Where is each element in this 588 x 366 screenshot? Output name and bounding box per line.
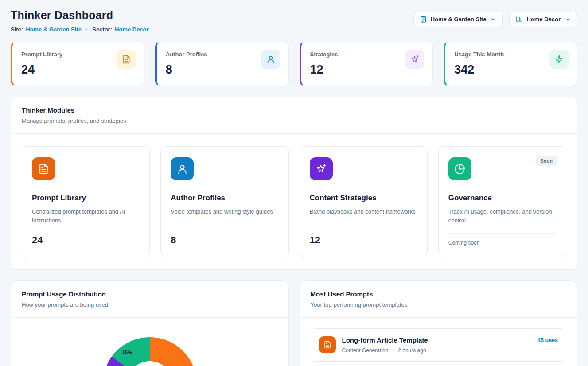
prompts-subtitle: Your top-performing prompt templates [311, 301, 567, 308]
breadcrumb: Site: Home & Garden Site · Sector: Home … [11, 26, 149, 33]
module-card-content-strategies[interactable]: Content Strategies Brand playbooks and c… [300, 146, 428, 257]
dashboard-page: Thinker Dashboard Site: Home & Garden Si… [0, 0, 588, 366]
building-icon [420, 16, 427, 23]
document-icon [319, 336, 336, 353]
prompt-usage-card: Prompt Usage Distribution How your promp… [11, 280, 289, 366]
most-used-prompts-card: Most Used Prompts Your top-performing pr… [300, 280, 578, 366]
sector-selector-label: Home Decor [526, 16, 561, 23]
modules-grid: Prompt Library Centralized prompt templa… [11, 134, 577, 269]
module-description: Brand playbooks and content frameworks [310, 207, 417, 216]
stats-row: Prompt Library 24 Author Profiles 8 Stra… [11, 42, 577, 86]
modules-subtitle: Manage prompts, profiles, and strategies [22, 117, 566, 124]
usage-subtitle: How your prompts are being used [22, 301, 278, 308]
zap-icon [549, 50, 569, 69]
header-left: Thinker Dashboard Site: Home & Garden Si… [11, 9, 149, 33]
usage-header: Prompt Usage Distribution How your promp… [11, 281, 288, 318]
prompts-header: Most Used Prompts Your top-performing pr… [300, 281, 577, 318]
module-count: 12 [310, 228, 417, 246]
header-controls: Home & Garden Site Home Decor [413, 12, 577, 27]
sparkles-icon [310, 157, 333, 180]
site-label: Site: [11, 26, 23, 33]
site-link[interactable]: Home & Garden Site [26, 26, 82, 33]
prompts-title: Most Used Prompts [311, 290, 567, 298]
prompt-list-item[interactable]: Long-form Article Template Content Gener… [311, 328, 567, 362]
site-selector-dropdown[interactable]: Home & Garden Site [413, 12, 503, 27]
prompt-item-meta: Content Generation · 2 hours ago [342, 347, 428, 354]
module-title: Governance [448, 194, 556, 202]
site-selector-label: Home & Garden Site [431, 16, 487, 23]
sector-label: Sector: [92, 26, 112, 33]
stat-card-prompt-library: Prompt Library 24 [11, 42, 144, 86]
modules-title: Thinker Modules [22, 106, 566, 114]
stat-card-strategies: Strategies 12 [300, 42, 433, 86]
usage-chart-area: 15% [11, 318, 288, 366]
module-title: Content Strategies [310, 194, 417, 202]
module-count: 24 [32, 228, 140, 246]
module-count: 8 [171, 228, 278, 246]
bottom-row: Prompt Usage Distribution How your promp… [11, 280, 577, 366]
sparkles-icon [405, 50, 424, 69]
stat-card-author-profiles: Author Profiles 8 [155, 42, 289, 86]
meta-separator: · [392, 347, 394, 354]
prompt-item-time: 2 hours ago [398, 347, 426, 354]
usage-donut-chart: 15% [103, 337, 197, 366]
header: Thinker Dashboard Site: Home & Garden Si… [11, 9, 577, 33]
module-card-author-profiles[interactable]: Author Profiles Voice templates and writ… [160, 146, 288, 257]
module-card-prompt-library[interactable]: Prompt Library Centralized prompt templa… [22, 146, 150, 257]
module-description: Track AI usage, compliance, and version … [448, 207, 556, 225]
chevron-down-icon [490, 16, 496, 23]
soon-badge: Soon [535, 156, 558, 166]
prompt-item-title: Long-form Article Template [342, 336, 428, 344]
stat-card-usage: Usage This Month 342 [444, 42, 577, 86]
prompt-item-uses-badge: 45 uses [537, 336, 558, 343]
document-icon [32, 157, 55, 180]
usage-title: Prompt Usage Distribution [22, 290, 278, 298]
page-title: Thinker Dashboard [11, 9, 149, 22]
sector-selector-dropdown[interactable]: Home Decor [509, 12, 577, 27]
module-description: Voice templates and writing style guides [171, 207, 278, 216]
chevron-down-icon [565, 16, 571, 23]
prompt-item-category: Content Generation [342, 347, 389, 354]
donut-segment-label: 15% [122, 350, 132, 355]
module-title: Prompt Library [32, 194, 140, 202]
module-card-governance[interactable]: Soon Governance Track AI usage, complian… [438, 146, 566, 257]
module-title: Author Profiles [171, 194, 278, 202]
bar-chart-icon [516, 16, 522, 23]
pie-chart-icon [448, 157, 471, 180]
modules-header: Thinker Modules Manage prompts, profiles… [11, 97, 577, 134]
user-icon [171, 157, 194, 180]
module-description: Centralized prompt templates and AI inst… [32, 207, 140, 225]
breadcrumb-separator: · [86, 26, 88, 33]
sector-link[interactable]: Home Decor [115, 26, 149, 33]
prompt-item-text: Long-form Article Template Content Gener… [342, 336, 428, 354]
thinker-modules-section: Thinker Modules Manage prompts, profiles… [11, 97, 577, 270]
user-icon [261, 50, 280, 69]
coming-soon-text: Coming soon [448, 233, 556, 246]
document-icon [117, 50, 136, 69]
